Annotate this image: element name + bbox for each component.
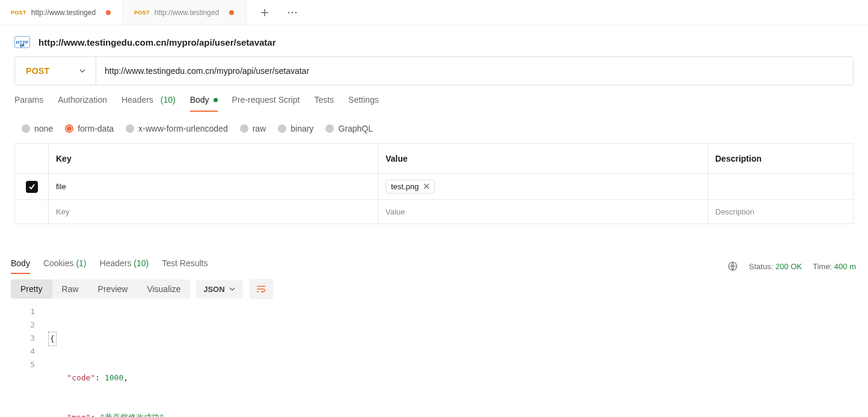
check-icon [28, 183, 35, 190]
radio-icon [126, 124, 134, 133]
request-tab[interactable]: POST http://www.testinged [0, 0, 123, 25]
unsaved-dot-icon [229, 10, 234, 15]
tab-title: http://www.testinged [31, 8, 101, 17]
file-name: test.png [391, 182, 419, 191]
tab-overflow-button[interactable] [284, 4, 301, 21]
resp-tab-body[interactable]: Body [11, 258, 30, 274]
globe-icon[interactable] [727, 261, 738, 272]
body-type-radios: none form-data x-www-form-urlencoded raw… [0, 117, 868, 143]
resp-tab-headers[interactable]: Headers (10) [100, 258, 149, 274]
method-select[interactable]: POST [15, 57, 96, 85]
form-data-table: Key Value Description file test.png Key … [14, 143, 854, 224]
url-bar: POST [14, 56, 854, 85]
tabs-bar: POST http://www.testinged POST http://ww… [0, 0, 868, 25]
response-subtabs: Body Cookies (1) Headers (10) Test Resul… [11, 258, 208, 274]
chevron-down-icon [229, 285, 236, 293]
time-meta: Time: 400 m [813, 262, 856, 271]
url-input[interactable] [96, 57, 853, 85]
response-meta: Status: 200 OK Time: 400 m [727, 261, 856, 272]
response-code-view[interactable]: 1 2 3 4 5 { "code": 1000, "msg": "恭喜您修改成… [0, 305, 868, 417]
status-meta: Status: 200 OK [749, 262, 802, 271]
tab-body[interactable]: Body [190, 95, 218, 112]
value-cell[interactable]: test.png [378, 174, 708, 199]
tab-headers[interactable]: Headers (10) [122, 95, 176, 112]
method-label: POST [26, 66, 49, 76]
radio-icon [22, 124, 30, 133]
radio-binary[interactable]: binary [278, 124, 313, 133]
description-input[interactable]: Description [708, 200, 854, 224]
tab-authorization[interactable]: Authorization [58, 95, 107, 112]
resp-tab-test-results[interactable]: Test Results [162, 258, 208, 274]
view-pretty[interactable]: Pretty [11, 279, 52, 299]
tab-pre-request-script[interactable]: Pre-request Script [232, 95, 300, 112]
response-pane: Body Cookies (1) Headers (10) Test Resul… [0, 258, 868, 417]
file-chip: test.png [386, 180, 435, 193]
svg-point-0 [288, 11, 289, 13]
table-header-row: Key Value Description [15, 144, 854, 174]
radio-graphql[interactable]: GraphQL [325, 124, 373, 133]
col-value: Value [378, 144, 708, 173]
response-toolbar: Pretty Raw Preview Visualize JSON [0, 274, 868, 305]
key-input[interactable]: Key [49, 200, 378, 224]
unsaved-dot-icon [106, 10, 111, 15]
radio-icon [240, 124, 248, 133]
method-badge: POST [134, 10, 150, 16]
request-header: HTTP http://www.testingedu.com.cn/mypro/… [0, 25, 868, 56]
table-row-new: Key Value Description [15, 200, 854, 224]
more-horizontal-icon [287, 8, 298, 17]
description-cell[interactable] [708, 174, 854, 199]
view-mode-segmented: Pretty Raw Preview Visualize [11, 279, 190, 299]
wrap-lines-button[interactable] [249, 279, 273, 299]
view-raw[interactable]: Raw [52, 279, 88, 299]
radio-urlencoded[interactable]: x-www-form-urlencoded [126, 124, 228, 133]
plus-icon [260, 8, 269, 17]
request-title: http://www.testingedu.com.cn/mypro/api/u… [38, 37, 276, 47]
tab-tests[interactable]: Tests [314, 95, 334, 112]
active-indicator-icon [214, 98, 218, 102]
resp-tab-cookies[interactable]: Cookies (1) [43, 258, 87, 274]
request-subtabs: Params Authorization Headers (10) Body P… [0, 95, 868, 117]
view-visualize[interactable]: Visualize [137, 279, 190, 299]
col-key: Key [49, 144, 378, 173]
line-gutter: 1 2 3 4 5 [0, 305, 48, 417]
close-icon [423, 183, 429, 189]
row-enable-checkbox[interactable] [26, 181, 38, 193]
tab-title: http://www.testinged [155, 8, 224, 17]
svg-point-1 [292, 11, 293, 13]
new-tab-button[interactable] [256, 4, 273, 21]
wrap-icon [256, 284, 266, 294]
view-preview[interactable]: Preview [88, 279, 138, 299]
format-select[interactable]: JSON [196, 280, 242, 299]
method-badge: POST [11, 10, 26, 16]
col-description: Description [708, 144, 854, 173]
remove-file-button[interactable] [423, 182, 429, 191]
tab-settings[interactable]: Settings [348, 95, 379, 112]
radio-icon [278, 124, 286, 133]
key-cell[interactable]: file [49, 174, 378, 199]
radio-icon [65, 124, 73, 133]
svg-point-2 [295, 11, 297, 13]
radio-form-data[interactable]: form-data [65, 124, 114, 133]
tab-params[interactable]: Params [14, 95, 43, 112]
radio-none[interactable]: none [22, 124, 53, 133]
radio-raw[interactable]: raw [240, 124, 266, 133]
request-tab[interactable]: POST http://www.testinged [123, 0, 247, 25]
table-row: file test.png [15, 174, 854, 200]
radio-icon [325, 124, 334, 133]
value-input[interactable]: Value [378, 200, 708, 224]
http-protocol-icon: HTTP [14, 36, 30, 48]
chevron-down-icon [79, 67, 86, 75]
code-lines: { "code": 1000, "msg": "恭喜您修改成功", "img":… [48, 305, 868, 417]
